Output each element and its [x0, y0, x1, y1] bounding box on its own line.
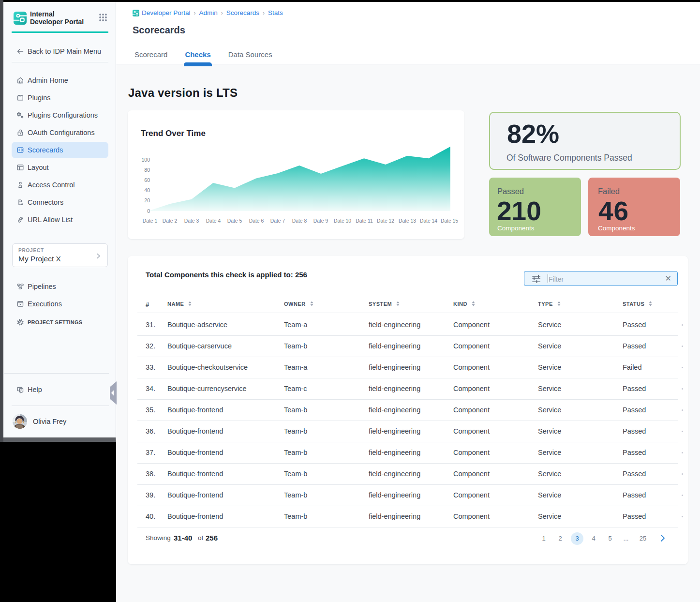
svg-text:Date 2: Date 2 — [163, 218, 178, 224]
svg-text:Date 15: Date 15 — [441, 218, 458, 224]
svg-text:Date 11: Date 11 — [356, 218, 373, 224]
svg-text:Date 4: Date 4 — [206, 218, 221, 224]
svg-text:Date 8: Date 8 — [292, 218, 307, 224]
svg-text:Date 14: Date 14 — [420, 218, 437, 224]
svg-text:Date 13: Date 13 — [399, 218, 416, 224]
svg-text:Date 9: Date 9 — [313, 218, 328, 224]
svg-text:40: 40 — [144, 187, 150, 193]
svg-text:Date 1: Date 1 — [143, 218, 158, 224]
svg-text:Date 12: Date 12 — [377, 218, 394, 224]
svg-text:80: 80 — [144, 167, 150, 173]
svg-text:Date 5: Date 5 — [227, 218, 242, 224]
svg-text:60: 60 — [144, 177, 150, 183]
svg-text:20: 20 — [144, 197, 150, 203]
svg-text:Date 3: Date 3 — [184, 218, 199, 224]
svg-text:Date 7: Date 7 — [270, 218, 285, 224]
svg-text:100: 100 — [141, 157, 150, 163]
svg-text:Date 6: Date 6 — [249, 218, 264, 224]
svg-text:Date 10: Date 10 — [334, 218, 351, 224]
